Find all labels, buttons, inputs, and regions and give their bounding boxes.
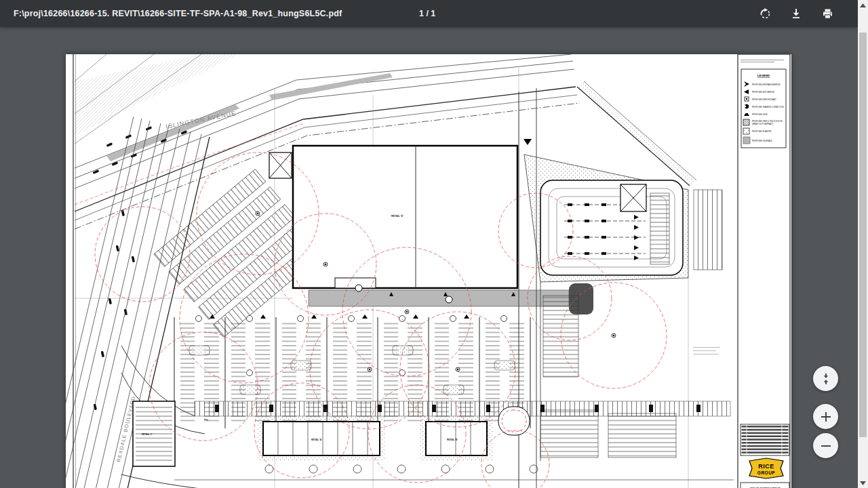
legend-item-label: PROPOSED SIDEWALK (752, 140, 772, 142)
fire-hydrant-icon (745, 97, 749, 101)
rotate-button[interactable] (754, 3, 776, 24)
scrollbar-thumb[interactable] (859, 33, 867, 437)
pdf-page[interactable]: ISLINGTON AVENUE REXDALE BOULEVARD (66, 54, 791, 488)
logo-text-group: GROUP (757, 470, 776, 475)
download-button[interactable] (785, 3, 807, 24)
revision-table (741, 424, 789, 455)
rice-group-logo: RICE GROUP (749, 458, 783, 479)
stair-core (620, 184, 646, 211)
sidewalk-icon (743, 137, 750, 144)
legend-item-label: PROPOSED SIGN (752, 113, 768, 116)
rotate-icon (760, 8, 771, 20)
building-retail-c-label: RETAIL 'C' (142, 433, 153, 436)
page-indicator: 1 / 1 (419, 0, 435, 27)
fit-page-button[interactable] (813, 366, 838, 391)
chevron-down-icon (860, 481, 866, 485)
legend-box: LEGEND PROPOSED ENTRANCE ARROW PROPOSED … (741, 69, 786, 148)
legend-title: LEGEND (757, 74, 770, 77)
parking-east (540, 282, 720, 461)
building-retail-c: RETAIL 'C' (133, 401, 175, 466)
legend-item-label: PROPOSED ENTRANCE ARROW (752, 83, 781, 86)
street-islington-label: ISLINGTON AVENUE (165, 110, 237, 130)
legend-item-label2: (HEAVY DUTY ASPHALT) (752, 123, 773, 125)
pdf-viewport[interactable]: ISLINGTON AVENUE REXDALE BOULEVARD (0, 27, 858, 488)
legend-item-label: PROPOSED FIRE HYDRANT (752, 98, 776, 101)
building-retail-d-label: RETAIL 'D' (391, 215, 403, 218)
scroll-up-button[interactable] (858, 0, 868, 10)
chevron-up-icon (860, 3, 866, 7)
planter-icon (743, 128, 749, 134)
fire-truck-route-icon (743, 119, 749, 125)
stair-core (269, 152, 292, 178)
project-address-box: 2200 ISLINGTON AVENUE TORONTO, ON (741, 483, 789, 488)
print-icon (822, 8, 833, 20)
zoom-in-icon (820, 411, 832, 423)
logo-text-rice: RICE (758, 463, 774, 470)
filename-label: F:\proj\16266\16266-15. REVIT\16266-SITE… (14, 0, 342, 27)
print-button[interactable] (816, 3, 838, 24)
fit-page-icon (819, 372, 833, 386)
legend-item-label: PROPOSED PLANTER (752, 130, 771, 133)
highway-ramp-lines (75, 54, 239, 144)
legend-item-label: PROPOSED EXIT ARROW (752, 91, 774, 94)
building-retail-b-label: RETAIL 'B' (447, 439, 458, 441)
tree-row (265, 465, 538, 473)
zoom-out-button[interactable] (813, 433, 838, 458)
building-retail-a: RETAIL 'A' (263, 422, 380, 455)
legend-item-label: PROPOSED SIAMESE CONNECTION (752, 106, 784, 108)
legend-item-label: PROPOSED FIRE & TRUCK ROUTE (752, 120, 783, 123)
download-icon (791, 8, 802, 19)
scrollbar[interactable] (858, 0, 868, 488)
building-retail-a-label: RETAIL 'A' (311, 439, 322, 441)
scroll-down-button[interactable] (858, 478, 868, 488)
pdf-toolbar: F:\proj\16266\16266-15. REVIT\16266-SITE… (0, 0, 858, 27)
zoom-in-button[interactable] (813, 404, 838, 429)
building-retail-b: RETAIL 'B' (426, 422, 487, 455)
street-cars (94, 210, 135, 411)
zoom-out-icon (820, 440, 832, 452)
titleblock-strip: LEGEND PROPOSED ENTRANCE ARROW PROPOSED … (738, 54, 790, 488)
site-plan-drawing: ISLINGTON AVENUE REXDALE BOULEVARD (66, 54, 791, 488)
